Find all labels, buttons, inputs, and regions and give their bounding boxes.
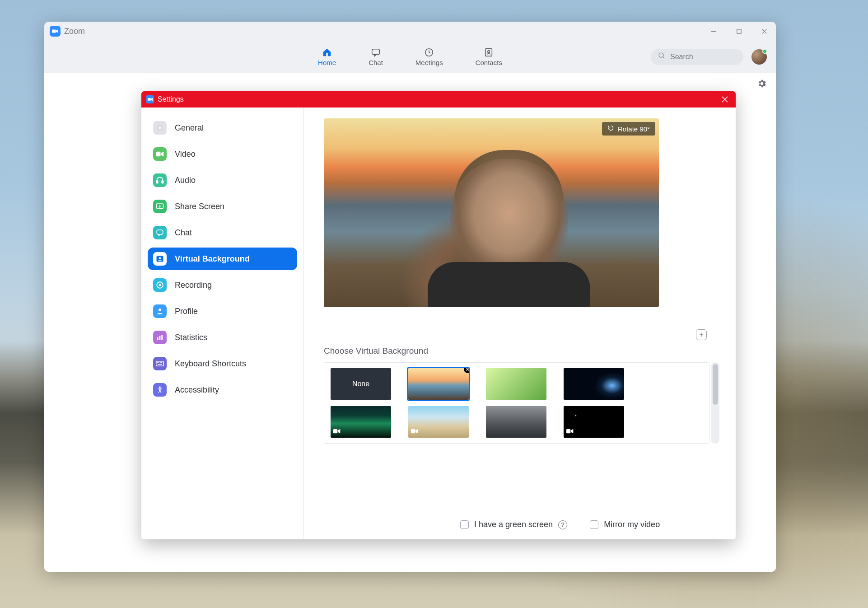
svg-point-15 xyxy=(159,127,161,129)
nav-tab-contacts[interactable]: Contacts xyxy=(476,47,502,66)
svg-rect-34 xyxy=(161,362,162,363)
top-nav: Home Chat Meetings xyxy=(44,41,776,73)
sidebar-item-general[interactable]: General xyxy=(148,117,297,139)
background-thumbnail-aurora[interactable] xyxy=(331,406,391,438)
sidebar-item-label: Recording xyxy=(175,281,212,290)
sidebar-item-recording[interactable]: Recording xyxy=(148,274,297,296)
background-thumbnail-earth[interactable] xyxy=(564,368,624,400)
remove-background-button[interactable] xyxy=(464,368,469,373)
scrollbar-thumb[interactable] xyxy=(713,364,718,405)
svg-rect-33 xyxy=(160,362,161,363)
mirror-video-checkbox[interactable]: Mirror my video xyxy=(590,520,660,529)
window-close-button[interactable] xyxy=(758,25,770,37)
chart-icon xyxy=(153,331,167,344)
nav-tab-label: Meetings xyxy=(415,59,443,66)
sidebar-item-label: Statistics xyxy=(175,333,207,342)
svg-rect-32 xyxy=(159,362,159,363)
video-icon xyxy=(153,147,167,161)
preview-person-placeholder xyxy=(428,262,590,307)
svg-point-8 xyxy=(488,51,490,53)
svg-rect-30 xyxy=(156,361,164,366)
sidebar-item-label: Share Screen xyxy=(175,202,224,211)
svg-point-25 xyxy=(159,284,161,286)
sidebar-item-label: Accessibility xyxy=(175,385,219,395)
nav-tab-label: Home xyxy=(318,59,336,66)
sidebar-item-share-screen[interactable]: Share Screen xyxy=(148,195,297,218)
svg-rect-29 xyxy=(161,335,163,340)
settings-titlebar: Settings xyxy=(141,91,736,108)
svg-point-23 xyxy=(159,257,161,259)
sidebar-item-keyboard-shortcuts[interactable]: Keyboard Shortcuts xyxy=(148,352,297,375)
window-minimize-button[interactable] xyxy=(707,25,720,37)
checkbox-label: I have a green screen xyxy=(474,520,553,529)
none-label: None xyxy=(352,380,369,388)
svg-rect-28 xyxy=(159,336,161,340)
sidebar-item-label: Keyboard Shortcuts xyxy=(175,359,246,369)
rotate-label: Rotate 90° xyxy=(618,125,650,133)
help-icon[interactable]: ? xyxy=(558,520,567,529)
search-icon xyxy=(658,52,666,61)
background-thumbnail-stars[interactable] xyxy=(564,406,624,438)
main-content: Settings General Video xyxy=(44,73,776,572)
rotate-button[interactable]: Rotate 90° xyxy=(602,122,655,136)
app-title: Zoom xyxy=(64,27,85,36)
sidebar-item-profile[interactable]: Profile xyxy=(148,300,297,323)
share-screen-icon xyxy=(153,200,167,213)
choose-background-label: Choose Virtual Background xyxy=(324,346,428,356)
sidebar-item-statistics[interactable]: Statistics xyxy=(148,326,297,349)
svg-point-36 xyxy=(159,386,161,388)
sidebar-item-label: General xyxy=(175,123,204,133)
svg-point-9 xyxy=(659,53,663,57)
headphones-icon xyxy=(153,173,167,187)
record-icon xyxy=(153,278,167,292)
background-thumbnail-none[interactable]: None xyxy=(331,368,391,400)
sidebar-item-video[interactable]: Video xyxy=(148,143,297,165)
sidebar-item-label: Virtual Background xyxy=(175,254,250,264)
sidebar-item-virtual-background[interactable]: Virtual Background xyxy=(148,248,297,270)
gear-icon xyxy=(153,121,167,135)
background-scrollbar[interactable] xyxy=(711,362,719,444)
background-thumbnail-bridge[interactable] xyxy=(408,368,469,400)
zoom-logo-icon xyxy=(146,95,154,103)
settings-gear-button[interactable] xyxy=(757,79,767,90)
svg-rect-0 xyxy=(52,30,56,33)
rotate-icon xyxy=(607,125,614,133)
video-preview: Rotate 90° xyxy=(324,118,659,307)
sidebar-item-accessibility[interactable]: Accessibility xyxy=(148,379,297,401)
settings-sidebar: General Video Audio Share Screen xyxy=(141,108,304,539)
contacts-icon xyxy=(483,47,494,58)
clock-icon xyxy=(424,47,434,58)
background-thumbnail-hangar[interactable] xyxy=(486,406,546,438)
search-box[interactable] xyxy=(651,49,743,65)
svg-line-10 xyxy=(663,57,665,59)
settings-title: Settings xyxy=(158,95,184,103)
sidebar-item-audio[interactable]: Audio xyxy=(148,169,297,192)
search-input[interactable] xyxy=(670,53,736,61)
green-screen-checkbox[interactable]: I have a green screen ? xyxy=(460,520,567,529)
home-icon xyxy=(322,47,332,58)
window-maximize-button[interactable] xyxy=(733,25,745,37)
svg-rect-17 xyxy=(157,181,158,183)
zoom-logo-icon xyxy=(50,26,61,37)
zoom-main-window: Zoom Home xyxy=(44,22,776,572)
portrait-icon xyxy=(153,252,167,266)
chat-bubble-icon xyxy=(153,226,167,239)
status-indicator-icon xyxy=(762,49,767,54)
sidebar-item-chat[interactable]: Chat xyxy=(148,221,297,244)
background-thumbnail-beach[interactable] xyxy=(408,406,469,438)
nav-tab-meetings[interactable]: Meetings xyxy=(415,47,443,66)
svg-rect-35 xyxy=(158,364,162,365)
settings-close-button[interactable] xyxy=(719,93,731,106)
accessibility-icon xyxy=(153,383,167,397)
background-thumbnail-grass[interactable] xyxy=(486,368,546,400)
sidebar-item-label: Audio xyxy=(175,176,196,185)
video-badge-icon xyxy=(333,427,341,435)
svg-rect-27 xyxy=(157,337,159,340)
checkbox-icon xyxy=(590,520,598,529)
svg-rect-2 xyxy=(737,29,741,33)
nav-tab-home[interactable]: Home xyxy=(318,47,336,66)
video-badge-icon xyxy=(411,427,418,435)
add-background-button[interactable] xyxy=(696,329,707,340)
user-avatar[interactable] xyxy=(751,49,767,65)
nav-tab-chat[interactable]: Chat xyxy=(369,47,383,66)
